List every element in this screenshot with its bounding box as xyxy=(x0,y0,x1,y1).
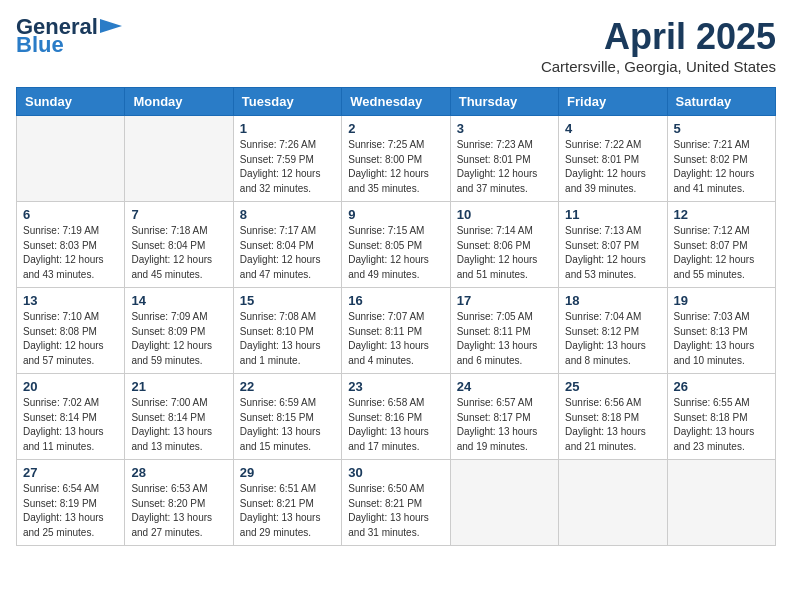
calendar-cell: 30Sunrise: 6:50 AMSunset: 8:21 PMDayligh… xyxy=(342,460,450,546)
calendar-cell: 10Sunrise: 7:14 AMSunset: 8:06 PMDayligh… xyxy=(450,202,558,288)
day-info: Sunrise: 6:54 AMSunset: 8:19 PMDaylight:… xyxy=(23,482,118,540)
calendar-cell: 24Sunrise: 6:57 AMSunset: 8:17 PMDayligh… xyxy=(450,374,558,460)
calendar-week-4: 20Sunrise: 7:02 AMSunset: 8:14 PMDayligh… xyxy=(17,374,776,460)
day-info: Sunrise: 7:04 AMSunset: 8:12 PMDaylight:… xyxy=(565,310,660,368)
calendar-cell xyxy=(559,460,667,546)
day-number: 24 xyxy=(457,379,552,394)
day-number: 14 xyxy=(131,293,226,308)
calendar-cell: 3Sunrise: 7:23 AMSunset: 8:01 PMDaylight… xyxy=(450,116,558,202)
day-info: Sunrise: 7:08 AMSunset: 8:10 PMDaylight:… xyxy=(240,310,335,368)
day-info: Sunrise: 7:23 AMSunset: 8:01 PMDaylight:… xyxy=(457,138,552,196)
calendar-cell: 5Sunrise: 7:21 AMSunset: 8:02 PMDaylight… xyxy=(667,116,775,202)
day-number: 29 xyxy=(240,465,335,480)
day-number: 12 xyxy=(674,207,769,222)
day-info: Sunrise: 6:58 AMSunset: 8:16 PMDaylight:… xyxy=(348,396,443,454)
calendar-cell: 25Sunrise: 6:56 AMSunset: 8:18 PMDayligh… xyxy=(559,374,667,460)
calendar-cell: 20Sunrise: 7:02 AMSunset: 8:14 PMDayligh… xyxy=(17,374,125,460)
calendar-cell: 1Sunrise: 7:26 AMSunset: 7:59 PMDaylight… xyxy=(233,116,341,202)
day-info: Sunrise: 6:50 AMSunset: 8:21 PMDaylight:… xyxy=(348,482,443,540)
day-number: 8 xyxy=(240,207,335,222)
day-number: 23 xyxy=(348,379,443,394)
day-info: Sunrise: 7:10 AMSunset: 8:08 PMDaylight:… xyxy=(23,310,118,368)
day-info: Sunrise: 6:51 AMSunset: 8:21 PMDaylight:… xyxy=(240,482,335,540)
calendar-cell: 23Sunrise: 6:58 AMSunset: 8:16 PMDayligh… xyxy=(342,374,450,460)
calendar-cell: 19Sunrise: 7:03 AMSunset: 8:13 PMDayligh… xyxy=(667,288,775,374)
day-number: 5 xyxy=(674,121,769,136)
weekday-header-saturday: Saturday xyxy=(667,88,775,116)
calendar-cell xyxy=(17,116,125,202)
logo: General Blue xyxy=(16,16,122,56)
day-number: 17 xyxy=(457,293,552,308)
day-info: Sunrise: 7:03 AMSunset: 8:13 PMDaylight:… xyxy=(674,310,769,368)
day-info: Sunrise: 7:22 AMSunset: 8:01 PMDaylight:… xyxy=(565,138,660,196)
weekday-header-thursday: Thursday xyxy=(450,88,558,116)
day-info: Sunrise: 7:13 AMSunset: 8:07 PMDaylight:… xyxy=(565,224,660,282)
page-header: General Blue April 2025 Cartersville, Ge… xyxy=(16,16,776,75)
day-info: Sunrise: 7:18 AMSunset: 8:04 PMDaylight:… xyxy=(131,224,226,282)
day-number: 9 xyxy=(348,207,443,222)
day-info: Sunrise: 7:26 AMSunset: 7:59 PMDaylight:… xyxy=(240,138,335,196)
day-number: 13 xyxy=(23,293,118,308)
day-number: 20 xyxy=(23,379,118,394)
calendar-cell: 29Sunrise: 6:51 AMSunset: 8:21 PMDayligh… xyxy=(233,460,341,546)
location: Cartersville, Georgia, United States xyxy=(541,58,776,75)
day-number: 25 xyxy=(565,379,660,394)
calendar-cell: 27Sunrise: 6:54 AMSunset: 8:19 PMDayligh… xyxy=(17,460,125,546)
day-number: 21 xyxy=(131,379,226,394)
weekday-header-tuesday: Tuesday xyxy=(233,88,341,116)
day-number: 16 xyxy=(348,293,443,308)
month-title: April 2025 xyxy=(541,16,776,58)
title-block: April 2025 Cartersville, Georgia, United… xyxy=(541,16,776,75)
calendar-table: SundayMondayTuesdayWednesdayThursdayFrid… xyxy=(16,87,776,546)
day-number: 27 xyxy=(23,465,118,480)
day-info: Sunrise: 7:25 AMSunset: 8:00 PMDaylight:… xyxy=(348,138,443,196)
day-info: Sunrise: 6:59 AMSunset: 8:15 PMDaylight:… xyxy=(240,396,335,454)
day-info: Sunrise: 7:02 AMSunset: 8:14 PMDaylight:… xyxy=(23,396,118,454)
calendar-cell: 22Sunrise: 6:59 AMSunset: 8:15 PMDayligh… xyxy=(233,374,341,460)
logo-flag-icon xyxy=(100,19,122,33)
calendar-cell xyxy=(667,460,775,546)
weekday-header-friday: Friday xyxy=(559,88,667,116)
day-number: 6 xyxy=(23,207,118,222)
calendar-cell: 13Sunrise: 7:10 AMSunset: 8:08 PMDayligh… xyxy=(17,288,125,374)
weekday-header-sunday: Sunday xyxy=(17,88,125,116)
day-info: Sunrise: 7:14 AMSunset: 8:06 PMDaylight:… xyxy=(457,224,552,282)
calendar-cell: 8Sunrise: 7:17 AMSunset: 8:04 PMDaylight… xyxy=(233,202,341,288)
calendar-cell: 4Sunrise: 7:22 AMSunset: 8:01 PMDaylight… xyxy=(559,116,667,202)
day-info: Sunrise: 7:17 AMSunset: 8:04 PMDaylight:… xyxy=(240,224,335,282)
logo-blue: Blue xyxy=(16,32,64,57)
day-number: 4 xyxy=(565,121,660,136)
day-info: Sunrise: 7:05 AMSunset: 8:11 PMDaylight:… xyxy=(457,310,552,368)
day-number: 30 xyxy=(348,465,443,480)
day-info: Sunrise: 7:07 AMSunset: 8:11 PMDaylight:… xyxy=(348,310,443,368)
calendar-week-3: 13Sunrise: 7:10 AMSunset: 8:08 PMDayligh… xyxy=(17,288,776,374)
day-info: Sunrise: 6:57 AMSunset: 8:17 PMDaylight:… xyxy=(457,396,552,454)
day-info: Sunrise: 6:53 AMSunset: 8:20 PMDaylight:… xyxy=(131,482,226,540)
day-number: 22 xyxy=(240,379,335,394)
calendar-body: 1Sunrise: 7:26 AMSunset: 7:59 PMDaylight… xyxy=(17,116,776,546)
calendar-cell: 9Sunrise: 7:15 AMSunset: 8:05 PMDaylight… xyxy=(342,202,450,288)
calendar-cell: 18Sunrise: 7:04 AMSunset: 8:12 PMDayligh… xyxy=(559,288,667,374)
day-number: 3 xyxy=(457,121,552,136)
calendar-cell: 11Sunrise: 7:13 AMSunset: 8:07 PMDayligh… xyxy=(559,202,667,288)
day-info: Sunrise: 7:12 AMSunset: 8:07 PMDaylight:… xyxy=(674,224,769,282)
day-number: 2 xyxy=(348,121,443,136)
calendar-cell: 16Sunrise: 7:07 AMSunset: 8:11 PMDayligh… xyxy=(342,288,450,374)
calendar-cell: 28Sunrise: 6:53 AMSunset: 8:20 PMDayligh… xyxy=(125,460,233,546)
calendar-cell xyxy=(450,460,558,546)
svg-marker-0 xyxy=(100,19,122,33)
day-info: Sunrise: 7:00 AMSunset: 8:14 PMDaylight:… xyxy=(131,396,226,454)
weekday-header-monday: Monday xyxy=(125,88,233,116)
calendar-cell: 17Sunrise: 7:05 AMSunset: 8:11 PMDayligh… xyxy=(450,288,558,374)
day-info: Sunrise: 6:55 AMSunset: 8:18 PMDaylight:… xyxy=(674,396,769,454)
day-info: Sunrise: 7:19 AMSunset: 8:03 PMDaylight:… xyxy=(23,224,118,282)
weekday-header-wednesday: Wednesday xyxy=(342,88,450,116)
calendar-cell: 15Sunrise: 7:08 AMSunset: 8:10 PMDayligh… xyxy=(233,288,341,374)
day-number: 1 xyxy=(240,121,335,136)
day-info: Sunrise: 7:09 AMSunset: 8:09 PMDaylight:… xyxy=(131,310,226,368)
calendar-cell: 21Sunrise: 7:00 AMSunset: 8:14 PMDayligh… xyxy=(125,374,233,460)
day-info: Sunrise: 7:21 AMSunset: 8:02 PMDaylight:… xyxy=(674,138,769,196)
day-number: 19 xyxy=(674,293,769,308)
calendar-week-5: 27Sunrise: 6:54 AMSunset: 8:19 PMDayligh… xyxy=(17,460,776,546)
calendar-week-2: 6Sunrise: 7:19 AMSunset: 8:03 PMDaylight… xyxy=(17,202,776,288)
